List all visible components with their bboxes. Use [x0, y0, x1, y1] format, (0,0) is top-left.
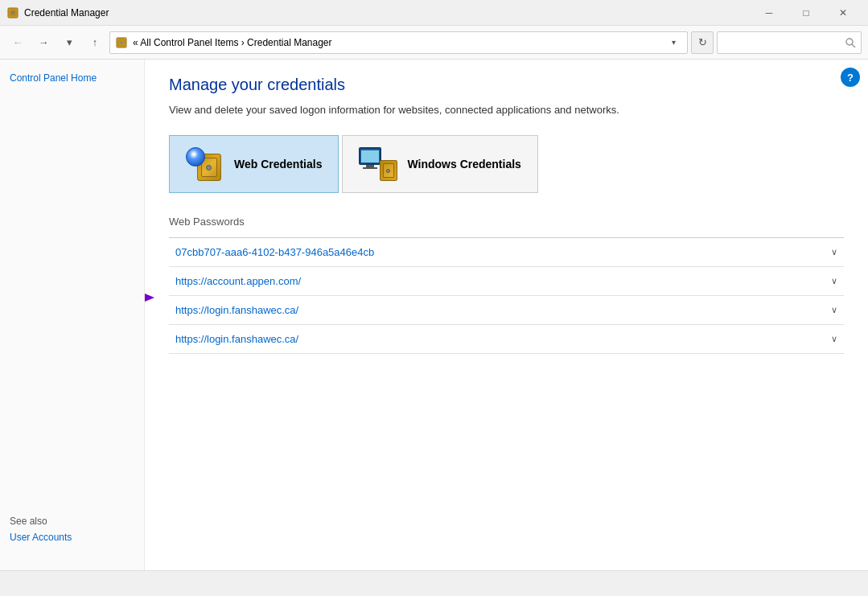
chevron-icon-3: ∨ [831, 305, 837, 315]
web-credentials-icon [186, 147, 224, 181]
addressbar: ← → ▾ ↑ « All Control Panel Items › Cred… [0, 26, 868, 60]
address-path: « All Control Panel Items › Credential M… [133, 37, 660, 48]
search-box[interactable] [717, 31, 862, 54]
credential-text-1: 07cbb707-aaa6-4102-b437-946a5a46e4cb [175, 246, 374, 258]
credential-list: 07cbb707-aaa6-4102-b437-946a5a46e4cb ∨ h… [169, 237, 844, 354]
address-box[interactable]: « All Control Panel Items › Credential M… [109, 31, 688, 54]
svg-line-7 [852, 44, 855, 47]
credential-item-3[interactable]: https://login.fanshawec.ca/ ∨ [169, 296, 844, 325]
close-button[interactable]: ✕ [825, 0, 862, 26]
sidebar: Control Panel Home See also User Account… [0, 60, 145, 570]
credential-text-4: https://login.fanshawec.ca/ [175, 333, 298, 345]
svg-point-6 [846, 39, 853, 45]
content-area: ? Manage your credentials View and delet… [145, 60, 868, 570]
section-title: Web Passwords [169, 216, 844, 231]
arrow-shape [145, 288, 154, 307]
window-controls: ─ □ ✕ [751, 0, 862, 26]
forward-button[interactable]: → [32, 31, 55, 54]
address-separator: › [241, 37, 247, 48]
address-icon [115, 36, 128, 49]
app-icon [6, 6, 19, 19]
address-dropdown-button[interactable]: ▾ [664, 32, 682, 53]
statusbar [0, 570, 868, 596]
tab-windows-credentials[interactable]: Windows Credentials [342, 135, 537, 193]
arrow-annotation [145, 288, 154, 307]
credential-type-tabs: Web Credentials [169, 135, 844, 193]
see-also-label: See also [10, 516, 72, 527]
windows-credentials-label: Windows Credentials [407, 158, 520, 171]
windows-credentials-icon [359, 147, 397, 181]
page-title: Manage your credentials [169, 76, 844, 94]
minimize-button[interactable]: ─ [751, 0, 788, 26]
recent-button[interactable]: ▾ [58, 31, 80, 54]
credential-item-1[interactable]: 07cbb707-aaa6-4102-b437-946a5a46e4cb ∨ [169, 238, 844, 267]
back-button[interactable]: ← [6, 31, 29, 54]
web-credentials-label: Web Credentials [234, 158, 322, 171]
svg-point-2 [11, 11, 14, 14]
credential-text-2: https://account.appen.com/ [175, 275, 301, 287]
chevron-icon-2: ∨ [831, 276, 837, 286]
help-button[interactable]: ? [841, 68, 860, 87]
search-input[interactable] [722, 37, 845, 48]
tab-web-credentials[interactable]: Web Credentials [169, 135, 339, 193]
page-description: View and delete your saved logon informa… [169, 104, 844, 116]
sidebar-user-accounts[interactable]: User Accounts [10, 532, 72, 543]
refresh-button[interactable]: ↻ [691, 31, 714, 54]
chevron-icon-1: ∨ [831, 247, 837, 257]
svg-point-5 [120, 41, 123, 44]
address-part1: All Control Panel Items [140, 37, 238, 48]
up-button[interactable]: ↑ [84, 31, 106, 54]
address-part2: Credential Manager [247, 37, 331, 48]
window-title: Credential Manager [24, 7, 751, 18]
address-prefix: « [133, 37, 140, 48]
chevron-icon-4: ∨ [831, 334, 837, 344]
credential-item-4[interactable]: https://login.fanshawec.ca/ ∨ [169, 325, 844, 354]
search-icon [845, 37, 856, 48]
titlebar: Credential Manager ─ □ ✕ [0, 0, 868, 26]
credential-item-2[interactable]: https://account.appen.com/ ∨ [169, 267, 844, 296]
credential-text-3: https://login.fanshawec.ca/ [175, 304, 298, 316]
sidebar-control-panel-home[interactable]: Control Panel Home [10, 72, 134, 84]
restore-button[interactable]: □ [788, 0, 825, 26]
main-layout: Control Panel Home See also User Account… [0, 60, 868, 570]
